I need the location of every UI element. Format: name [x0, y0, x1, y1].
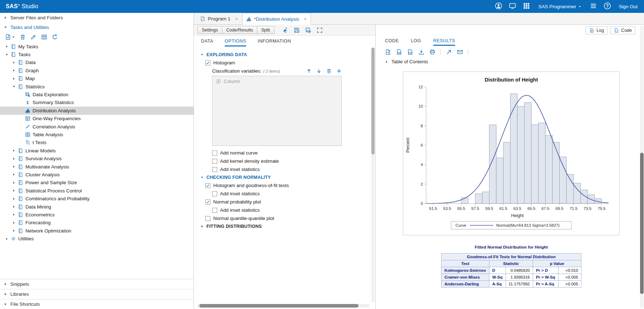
caret-down-icon[interactable] — [12, 85, 16, 88]
tree-item-t-tests[interactable]: t Tests — [0, 139, 194, 147]
settings-horizontal-scrollbar[interactable] — [197, 304, 370, 308]
checkbox-add-inset-statistics[interactable] — [212, 167, 217, 172]
close-icon[interactable] — [235, 17, 238, 21]
checkbox-histogram-and-goodness-of-fit-tests[interactable] — [205, 183, 210, 188]
caret-right-icon[interactable] — [12, 205, 16, 209]
section-checking-for-normality[interactable]: CHECKING FOR NORMALITY — [200, 175, 365, 180]
tree-item-correlation-analysis[interactable]: Correlation Analysis — [0, 123, 194, 131]
caret-right-icon[interactable] — [12, 69, 16, 72]
settings-vertical-scrollbar[interactable] — [371, 48, 375, 303]
section-file-shortcuts[interactable]: File Shortcuts — [0, 299, 194, 309]
tree-item-cluster-analysis[interactable]: Cluster Analysis — [0, 171, 194, 178]
scrollbar-thumb[interactable] — [640, 153, 644, 294]
results-tab-code[interactable]: CODE — [385, 36, 399, 46]
add-icon[interactable] — [336, 68, 342, 74]
edit-icon[interactable] — [30, 34, 36, 40]
open-new-window-icon[interactable] — [446, 49, 452, 55]
tree-item-power-and-sample-size[interactable]: Power and Sample Size — [0, 179, 194, 187]
resources-icon[interactable] — [509, 2, 516, 10]
caret-right-icon[interactable] — [12, 173, 16, 176]
html-doc-icon[interactable] — [385, 49, 391, 55]
caret-right-icon[interactable] — [12, 77, 16, 80]
caret-right-icon[interactable] — [12, 229, 16, 232]
tree-item-survival-analysis[interactable]: Survival Analysis — [0, 154, 194, 162]
section-exploring-data[interactable]: EXPLORING DATA — [200, 52, 365, 57]
tab-distribution-analysis[interactable]: *Distribution Analysis — [242, 13, 311, 25]
new-task-icon[interactable] — [5, 34, 11, 40]
caret-right-icon[interactable] — [12, 197, 16, 201]
section-snippets[interactable]: Snippets — [0, 279, 194, 289]
checkbox-add-inset-statistics[interactable] — [212, 208, 217, 213]
save-as-icon[interactable] — [305, 27, 311, 33]
tree-item-utilities[interactable]: Utilities — [0, 235, 194, 242]
section-libraries[interactable]: Libraries — [0, 289, 194, 299]
profile-icon[interactable] — [495, 2, 502, 10]
caret-down-icon[interactable] — [12, 35, 15, 39]
checkbox-add-normal-curve[interactable] — [212, 151, 217, 156]
tree-item-map[interactable]: Map — [0, 75, 194, 83]
tree-item-combinatorics-and-probability[interactable]: Combinatorics and Probability — [0, 195, 194, 202]
checkbox-add-kernel-density-estimate[interactable] — [212, 159, 217, 164]
pdf-doc-icon[interactable]: PDF — [396, 49, 402, 55]
section-tasks-and-utilities[interactable]: Tasks and Utilities — [0, 23, 194, 32]
checkbox-histogram[interactable] — [205, 60, 210, 65]
checkbox-normal-quantile-quantile-plot[interactable] — [205, 216, 210, 221]
tree-item-econometrics[interactable]: Econometrics — [0, 211, 194, 219]
close-icon[interactable] — [303, 17, 307, 21]
caret-right-icon[interactable] — [12, 149, 16, 152]
download-icon[interactable] — [418, 49, 424, 55]
properties-icon[interactable] — [41, 34, 47, 40]
refresh-icon[interactable] — [52, 34, 58, 40]
menu-list-icon[interactable] — [590, 2, 597, 10]
tree-item-multivariate-analysis[interactable]: Multivariate Analysis — [0, 163, 194, 171]
results-vertical-scrollbar[interactable] — [640, 25, 644, 308]
tree-item-distribution-analysis[interactable]: Distribution Analysis — [0, 107, 194, 114]
log-button[interactable]: Log — [586, 26, 608, 34]
code-results-view-button[interactable]: Code/Results — [222, 26, 257, 34]
tree-item-data-exploration[interactable]: Data Exploration — [0, 90, 194, 98]
tree-item-table-analysis[interactable]: Table Analysis — [0, 131, 194, 138]
tab-program-1[interactable]: Program 1 — [196, 13, 242, 24]
tree-item-statistics[interactable]: Statistics — [0, 83, 194, 90]
help-icon[interactable]: ? — [604, 2, 611, 10]
subtab-options[interactable]: OPTIONS — [225, 36, 246, 46]
rtf-doc-icon[interactable]: RTF — [407, 49, 413, 55]
results-tab-results[interactable]: RESULTS — [433, 36, 455, 46]
scrollbar-thumb[interactable] — [199, 304, 358, 308]
tree-item-statistical-process-control[interactable]: Statistical Process Control — [0, 187, 194, 195]
move-up-icon[interactable] — [306, 68, 312, 74]
tree-item-data[interactable]: Data — [0, 59, 194, 67]
tree-item-tasks[interactable]: Tasks — [0, 50, 194, 58]
subtab-information[interactable]: INFORMATION — [258, 36, 291, 46]
tree-item-data-mining[interactable]: Data Mining — [0, 203, 194, 211]
move-down-icon[interactable] — [316, 68, 322, 74]
subtab-data[interactable]: DATA — [201, 36, 213, 46]
classification-variables-list[interactable]: Column — [212, 76, 342, 146]
caret-right-icon[interactable] — [5, 45, 9, 48]
code-button[interactable]: Code — [610, 26, 635, 34]
caret-right-icon[interactable] — [12, 61, 16, 64]
table-of-contents-toggle[interactable]: Table of Contents — [376, 58, 644, 67]
checkbox-normal-probability-plot[interactable] — [205, 200, 210, 205]
caret-right-icon[interactable] — [5, 237, 9, 241]
caret-down-icon[interactable] — [5, 53, 9, 57]
tree-item-linear-models[interactable]: Linear Models — [0, 147, 194, 154]
section-fitting-distributions[interactable]: FITTING DISTRIBUTIONS — [200, 224, 365, 229]
email-icon[interactable] — [457, 49, 463, 55]
scrollbar-thumb[interactable] — [371, 48, 375, 154]
tree-item-network-optimization[interactable]: Network Optimization — [0, 227, 194, 235]
run-icon[interactable] — [282, 27, 288, 33]
maximize-icon[interactable] — [317, 27, 323, 33]
settings-view-button[interactable]: Settings — [197, 26, 222, 34]
section-server-files-and-folders[interactable]: Server Files and Folders — [0, 13, 194, 23]
split-view-button[interactable]: Split — [257, 26, 274, 34]
tree-item-summary-statistics[interactable]: ΣSummary Statistics — [0, 99, 194, 107]
save-icon[interactable] — [294, 27, 300, 33]
checkbox-add-inset-statistics[interactable] — [212, 191, 217, 196]
tree-item-graph[interactable]: Graph — [0, 67, 194, 74]
caret-right-icon[interactable] — [12, 157, 16, 161]
caret-right-icon[interactable] — [12, 181, 16, 185]
caret-right-icon[interactable] — [12, 165, 16, 168]
results-tab-log[interactable]: LOG — [411, 36, 421, 46]
tree-item-my-tasks[interactable]: My Tasks — [0, 43, 194, 50]
